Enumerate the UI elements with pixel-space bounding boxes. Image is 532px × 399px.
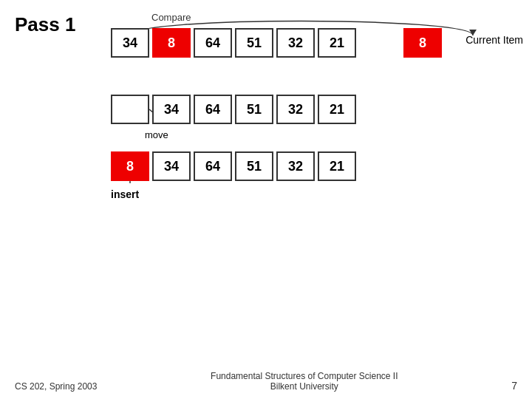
cell-r1-1: 8 <box>152 28 191 58</box>
cell-r1-0: 34 <box>111 28 149 58</box>
cell-r1-3: 51 <box>235 28 273 58</box>
slide-container: Pass 1 Compare 34 <box>0 0 532 399</box>
footer: CS 202, Spring 2003 Fundamental Structur… <box>0 371 532 392</box>
cell-r1-far: 8 <box>403 28 442 58</box>
cell-r2-5: 21 <box>318 95 356 124</box>
cell-r3-4: 32 <box>276 151 315 181</box>
cell-r2-2: 64 <box>194 95 232 124</box>
svg-overlay: Compare <box>0 0 532 399</box>
footer-course: CS 202, Spring 2003 <box>15 381 97 392</box>
cell-r2-1: 34 <box>152 95 191 124</box>
current-item-label: Current Item <box>466 33 523 47</box>
row1: 34 8 64 51 32 21 8 <box>111 28 445 58</box>
cell-r3-2: 64 <box>194 151 232 181</box>
footer-page: 7 <box>511 380 517 392</box>
footer-title: Fundamental Structures of Computer Scien… <box>211 371 398 392</box>
row3: 8 34 64 51 32 21 <box>111 151 359 181</box>
compare-text: Compare <box>151 12 191 23</box>
move-label: move <box>145 129 168 140</box>
cell-r2-0 <box>111 95 149 124</box>
cell-r3-0: 8 <box>111 151 149 181</box>
row2: 34 64 51 32 21 <box>111 95 359 124</box>
cell-r1-5: 21 <box>318 28 356 58</box>
cell-r3-5: 21 <box>318 151 356 181</box>
cell-r1-2: 64 <box>194 28 232 58</box>
cell-r2-4: 32 <box>276 95 315 124</box>
insert-label: insert <box>111 188 139 200</box>
cell-r2-3: 51 <box>235 95 273 124</box>
cell-r3-3: 51 <box>235 151 273 181</box>
cell-r3-1: 34 <box>152 151 191 181</box>
cell-r1-4: 32 <box>276 28 315 58</box>
pass-label: Pass 1 <box>15 13 75 36</box>
